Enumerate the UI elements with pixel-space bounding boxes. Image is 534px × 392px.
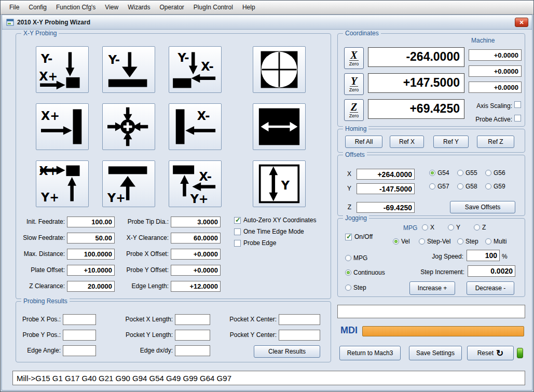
g57-label: G57 (437, 183, 449, 190)
pocket-y-center-label: Pocket Y Center: (224, 331, 277, 339)
offset-x-field[interactable] (357, 169, 415, 180)
menu-wizards[interactable]: Wizards (123, 2, 155, 13)
g59-radio[interactable]: G59 (485, 183, 505, 190)
probe-hole-center-button[interactable] (102, 103, 155, 150)
probe-pocket-x-width-button[interactable] (253, 103, 306, 150)
menu-plugin-control[interactable]: PlugIn Control (189, 2, 238, 13)
probe-y-offset-field[interactable] (171, 265, 221, 276)
plate-offset-field[interactable] (67, 265, 115, 276)
mpg-axis-y-radio[interactable]: Y (448, 224, 460, 231)
edge-dxdy-label: Edge dx/dy: (115, 347, 173, 354)
machine-dro-z[interactable]: +0.0000 (469, 82, 522, 93)
mpg-axis-x-radio[interactable]: X (422, 224, 434, 231)
probe-tip-dia-field[interactable] (171, 217, 221, 227)
jog-speed-field[interactable] (467, 250, 500, 261)
jog-type-continuous-radio[interactable]: Continuous (345, 269, 385, 276)
xy-clearance-field[interactable] (171, 233, 221, 244)
radio-icon (419, 238, 425, 245)
probe-y-pos-field[interactable] (63, 330, 96, 341)
jog-mode-step-vel-radio[interactable]: Step-Vel (419, 238, 450, 245)
g57-radio[interactable]: G57 (429, 183, 449, 190)
init-feedrate-field[interactable] (67, 217, 115, 227)
probe-corner-y-minus-x-plus-button[interactable]: Y- X+ (36, 46, 89, 93)
save-settings-button[interactable]: Save Settings (409, 346, 462, 360)
g58-radio[interactable]: G58 (457, 183, 477, 190)
axis-scaling-checkbox[interactable] (514, 101, 521, 108)
edge-angle-field[interactable] (63, 345, 96, 356)
jog-type-continuous-label: Continuous (353, 269, 385, 276)
probe-corner-x-minus-y-plus-button[interactable]: X- Y+ (169, 160, 222, 207)
probe-edge-y-minus-button[interactable]: Y- (102, 46, 155, 93)
jog-mode-multi-radio[interactable]: Multi (485, 238, 506, 245)
one-time-edge-mode-checkbox[interactable]: One Time Edge Mode (234, 228, 304, 235)
z-clearance-field[interactable] (67, 281, 115, 292)
probe-corner-x-plus-y-plus-button[interactable]: X+ Y+ (36, 160, 89, 207)
radio-icon (448, 224, 454, 231)
menu-function-cfgs[interactable]: Function Cfg's (51, 2, 100, 13)
decrease-button[interactable]: Decrease - (467, 281, 514, 295)
return-to-mach3-button[interactable]: Return to Mach3 (339, 346, 401, 360)
mdi-history-field[interactable] (337, 305, 525, 318)
ref-y-button[interactable]: Ref Y (433, 136, 469, 148)
slow-feedrate-field[interactable] (67, 233, 115, 244)
status-led (517, 348, 523, 358)
auto-zero-xy-checkbox[interactable]: Auto-Zero XY Coordinates (234, 217, 317, 224)
probe-corner-y-minus-x-minus-button[interactable]: Y- X- (169, 46, 222, 93)
step-increment-field[interactable] (468, 265, 515, 277)
clear-results-button[interactable]: Clear Results (254, 345, 320, 358)
zero-z-button[interactable]: Z Zero (344, 99, 364, 121)
probe-edge-x-minus-button[interactable]: X- (169, 103, 222, 150)
increase-button[interactable]: Increase + (409, 281, 455, 295)
close-button[interactable]: ✕ (515, 18, 528, 27)
edge-length-field[interactable] (171, 281, 221, 292)
dro-x[interactable]: -264.0000 (368, 47, 464, 67)
probe-edge-checkbox[interactable]: Probe Edge (234, 239, 276, 247)
mpg-axis-z-radio[interactable]: Z (474, 224, 486, 231)
zero-y-button[interactable]: Y Zero (344, 73, 364, 95)
offset-y-field[interactable] (357, 183, 415, 194)
probe-pocket-y-length-button[interactable]: Y (253, 160, 306, 207)
jog-mode-step-radio[interactable]: Step (457, 238, 478, 245)
probe-x-offset-field[interactable] (171, 249, 221, 260)
menu-file[interactable]: File (5, 2, 24, 13)
menu-config[interactable]: Config (24, 2, 51, 13)
jog-mode-vel-radio[interactable]: Vel (393, 238, 410, 245)
menu-help[interactable]: Help (238, 2, 260, 13)
g55-radio[interactable]: G55 (457, 169, 477, 177)
title-bar[interactable]: 2010 X-Y Probing Wizard ✕ (2, 15, 532, 30)
svg-text:X+: X+ (39, 70, 58, 83)
save-offsets-button[interactable]: Save Offsets (450, 201, 515, 213)
dro-z[interactable]: +69.4250 (368, 99, 464, 119)
g54-radio[interactable]: G54 (429, 169, 449, 177)
probe-x-pos-field[interactable] (63, 314, 96, 325)
offset-z-field[interactable] (357, 202, 415, 213)
jog-type-step-radio[interactable]: Step (345, 284, 366, 291)
pocket-x-center-field[interactable] (279, 314, 320, 325)
dro-y[interactable]: +147.5000 (368, 73, 464, 93)
zero-x-button[interactable]: X Zero (344, 47, 364, 69)
reset-button[interactable]: Reset ↻ (467, 346, 514, 360)
machine-dro-x[interactable]: +0.0000 (469, 49, 522, 61)
jog-onoff-checkbox[interactable]: On/Off (345, 233, 373, 240)
pocket-y-center-field[interactable] (279, 330, 320, 341)
probe-edge-y-plus-button[interactable]: Y+ (102, 160, 155, 207)
machine-dro-y[interactable]: +0.0000 (469, 65, 522, 77)
probe-active-checkbox[interactable] (514, 115, 521, 121)
pocket-x-length-field[interactable] (175, 314, 210, 325)
edge-dxdy-field[interactable] (175, 345, 210, 356)
ref-all-button[interactable]: Ref All (345, 136, 382, 148)
mdi-input[interactable] (362, 326, 524, 336)
menu-operator[interactable]: Operator (155, 2, 189, 13)
pocket-y-length-field[interactable] (175, 330, 210, 341)
probe-edge-x-plus-button[interactable]: X+ (36, 103, 89, 150)
probe-boss-center-button[interactable] (253, 46, 306, 93)
g56-radio[interactable]: G56 (485, 169, 505, 177)
jog-type-mpg-radio[interactable]: MPG (345, 254, 367, 262)
ref-x-button[interactable]: Ref X (390, 136, 424, 148)
gcode-status-field[interactable]: Mill->G15 G1 G17 G40 G21 G90 G94 G54 G49… (12, 371, 525, 385)
ref-z-button[interactable]: Ref Z (477, 136, 514, 148)
max-distance-field[interactable] (67, 249, 115, 260)
jog-onoff-label: On/Off (354, 233, 373, 240)
menu-view[interactable]: View (100, 2, 123, 13)
checkbox-icon (345, 234, 352, 240)
